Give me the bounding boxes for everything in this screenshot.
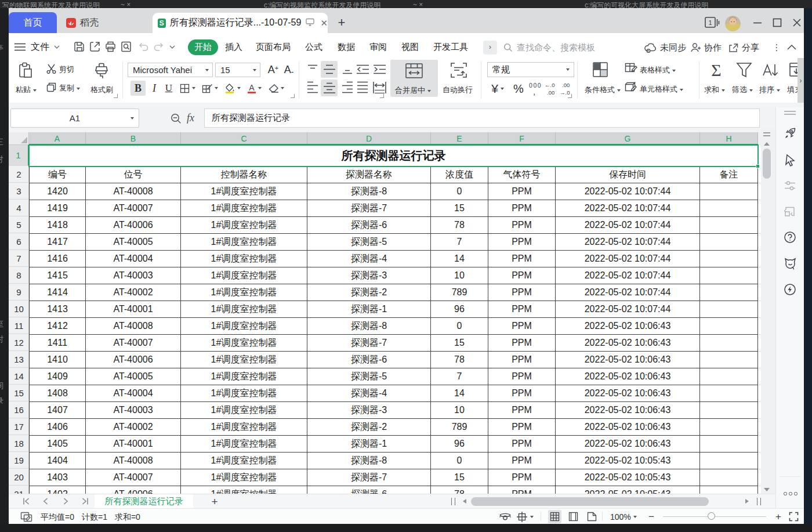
cell[interactable]: AT-40007	[86, 469, 181, 486]
align-left-icon[interactable]	[306, 81, 320, 95]
cell[interactable]: 2022-05-02 10:07:44	[556, 234, 700, 251]
row-header-1[interactable]: 1	[9, 145, 29, 166]
cell[interactable]: 7	[431, 368, 488, 385]
cell[interactable]: 1412	[29, 318, 86, 335]
vertical-scrollbar-thumb[interactable]	[763, 149, 771, 179]
column-header-F[interactable]: F	[488, 132, 556, 145]
cell[interactable]	[700, 402, 758, 419]
cell[interactable]: 2022-05-02 10:05:43	[556, 486, 700, 494]
quick-tools-icon[interactable]	[784, 283, 796, 296]
cell[interactable]: AT-40004	[86, 251, 181, 267]
cell[interactable]	[700, 183, 758, 200]
document-close-icon[interactable]: ✕	[320, 18, 328, 28]
cell[interactable]: 15	[431, 200, 488, 217]
cell[interactable]: 1409	[29, 368, 86, 385]
cell[interactable]: 15	[431, 335, 488, 352]
fill-button[interactable]: 填充	[787, 85, 798, 95]
sum-button[interactable]: 求和	[704, 85, 725, 95]
cell[interactable]: 1402	[29, 486, 86, 494]
row-header-14[interactable]: 14	[9, 368, 29, 385]
file-menu-button[interactable]: 文件	[14, 39, 60, 55]
fullscreen-icon[interactable]	[789, 512, 799, 522]
cell[interactable]: 探测器-8	[307, 453, 431, 469]
maximize-button[interactable]	[771, 17, 783, 28]
cell[interactable]: 探测器-5	[307, 234, 431, 251]
font-color-button[interactable]: A	[244, 81, 264, 96]
cell[interactable]: 0	[431, 183, 488, 200]
sidebar-handle[interactable]	[784, 111, 796, 117]
cell[interactable]: 1405	[29, 436, 86, 453]
cell[interactable]: 探测器-2	[307, 419, 431, 436]
row-header-17[interactable]: 17	[9, 419, 29, 435]
cell[interactable]	[700, 301, 758, 318]
cell-style-icon[interactable]	[625, 82, 637, 93]
copy-button[interactable]: 复制	[59, 83, 80, 93]
borders-button[interactable]	[177, 81, 198, 96]
cell[interactable]	[700, 200, 758, 217]
cell[interactable]	[700, 385, 758, 402]
cell[interactable]: 探测器-8	[307, 318, 431, 335]
cell[interactable]: 1#调度室控制器	[181, 251, 307, 267]
cell[interactable]: 2022-05-02 10:06:43	[556, 436, 700, 453]
cell[interactable]: 1#调度室控制器	[181, 267, 307, 284]
paste-icon[interactable]	[17, 62, 34, 79]
number-format-select[interactable]: 常规	[487, 62, 574, 77]
cell[interactable]: 14	[431, 251, 488, 267]
row-header-21[interactable]: 21	[9, 486, 29, 494]
paste-button[interactable]: 粘贴	[16, 85, 37, 95]
table-style-button[interactable]: 表格样式	[640, 65, 676, 75]
toolbar-more-button[interactable]: ›	[798, 58, 804, 103]
cell[interactable]: 2022-05-02 10:06:43	[556, 318, 700, 335]
cell[interactable]: 1#调度室控制器	[181, 486, 307, 494]
row-header-11[interactable]: 11	[9, 318, 29, 334]
cell[interactable]: PPM	[488, 234, 556, 251]
cursor-select-icon[interactable]	[784, 154, 796, 167]
cell[interactable]: AT-40001	[86, 301, 181, 318]
cell[interactable]	[700, 234, 758, 251]
cell[interactable]: PPM	[488, 486, 556, 494]
ribbon-tab-review[interactable]: 审阅	[368, 39, 389, 55]
bold-button[interactable]: B	[130, 81, 146, 96]
cell[interactable]: 2022-05-02 10:07:44	[556, 284, 700, 301]
cell[interactable]: 探测器-6	[307, 486, 431, 494]
ribbon-tab-insert[interactable]: 插入	[223, 39, 244, 55]
sync-status-button[interactable]: 未同步	[644, 41, 686, 55]
cell[interactable]: 0	[431, 453, 488, 469]
cell[interactable]: 789	[431, 419, 488, 436]
vertical-split-handle[interactable]	[763, 132, 770, 138]
sort-button[interactable]: 排序	[759, 85, 780, 95]
cell[interactable]: 0	[431, 318, 488, 335]
export-icon[interactable]	[89, 41, 101, 53]
cell[interactable]: 1#调度室控制器	[181, 402, 307, 419]
row-header-6[interactable]: 6	[9, 234, 29, 250]
cell[interactable]: 15	[431, 469, 488, 486]
wrap-text-button[interactable]: 自动换行	[443, 85, 473, 95]
cell[interactable]: 1#调度室控制器	[181, 200, 307, 217]
cell[interactable]: 2022-05-02 10:05:43	[556, 453, 700, 469]
cell[interactable]: 2022-05-02 10:07:44	[556, 267, 700, 284]
cell[interactable]: 14	[431, 385, 488, 402]
cell[interactable]: 1408	[29, 385, 86, 402]
row-header-18[interactable]: 18	[9, 436, 29, 452]
scroll-down-icon[interactable]	[764, 488, 770, 491]
number-dialog-launcher[interactable]	[568, 94, 572, 98]
wrap-text-icon[interactable]	[450, 62, 467, 78]
print-icon[interactable]	[104, 41, 117, 53]
cell[interactable]: 保存时间	[556, 167, 700, 183]
undo-icon[interactable]	[137, 41, 150, 53]
cell[interactable]: 探测器-3	[307, 267, 431, 284]
cell[interactable]: PPM	[488, 284, 556, 301]
cell[interactable]: AT-40006	[86, 217, 181, 234]
align-middle-button[interactable]	[321, 61, 338, 78]
user-avatar[interactable]	[725, 16, 741, 31]
rocket-icon[interactable]	[784, 126, 797, 140]
zoom-out-button[interactable]: −	[648, 511, 658, 523]
row-header-15[interactable]: 15	[9, 385, 29, 401]
cell[interactable]: PPM	[488, 469, 556, 486]
cell[interactable]: PPM	[488, 200, 556, 217]
cell[interactable]	[700, 486, 758, 494]
docer-tab[interactable]: 稻壳	[58, 12, 145, 33]
cell[interactable]: 1418	[29, 217, 86, 234]
language-mode-dropdown[interactable]	[530, 516, 534, 518]
cell[interactable]: 1407	[29, 402, 86, 419]
